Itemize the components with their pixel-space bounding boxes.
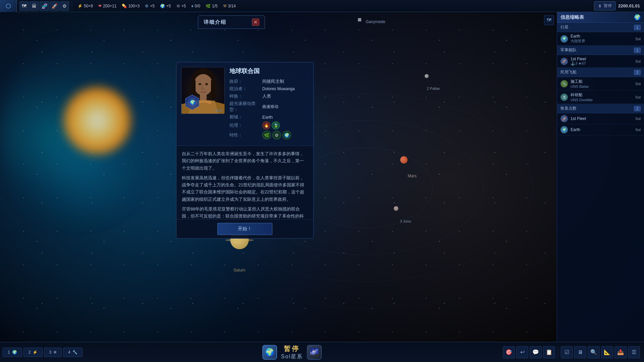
br-icon-7[interactable]: 🔍 — [588, 346, 600, 358]
bottom-tab-4[interactable]: 4 🔧 — [63, 348, 83, 357]
br-icon-1[interactable]: 🎯 — [503, 346, 515, 358]
br-icon-10[interactable]: ☰ — [628, 346, 640, 358]
start-button[interactable]: 开始！ — [217, 223, 272, 235]
fleet-sub: ⚓3 ★67 — [571, 61, 633, 66]
trait-icons: 🌿 ⚙ 🌍 — [262, 131, 291, 139]
svg-point-9 — [199, 83, 201, 85]
br-icon-2[interactable]: ↩ — [516, 346, 528, 358]
faction-ruler-label: 统治者： — [229, 86, 260, 92]
br-icon-3[interactable]: 💬 — [530, 346, 542, 358]
faction-description: 自从二十万年前人类在非洲诞生至今，发生了许许多多的事情，我们的种族迅速的扩张到了… — [176, 146, 313, 220]
faction-info-panel: 🌍 什名称 地球联合国 政府： 间接民主制 统治者： Dolores Muwan… — [176, 62, 314, 239]
r5-icon: 🌿 — [206, 4, 211, 8]
bottom-tab-2[interactable]: 2 ⚡ — [23, 348, 43, 357]
bottom-tabs: 1 🌍 2 ⚡ 3 ❄ 4 🔧 — [0, 348, 85, 357]
fleet-name: 1st Fleet — [571, 57, 633, 61]
top-map-btn[interactable]: 🗺 — [19, 1, 29, 11]
saturn-label: Saturn — [233, 268, 245, 273]
faction-ftl-label: 超光速驱动类型： — [229, 101, 260, 113]
top-ship-btn[interactable]: 🚀 — [50, 1, 59, 11]
br-icon-9[interactable]: 📤 — [614, 346, 627, 358]
tab4-num: 4 — [68, 350, 70, 355]
earth-location: Sol — [635, 37, 641, 41]
ethics-icons: 🔥 🍃 — [262, 121, 280, 129]
r6-icon: ⚒ — [223, 4, 227, 8]
earth-sub: 大陆世界 — [571, 39, 633, 44]
section-planets-count: 1 — [634, 25, 641, 30]
recovery-fleet-name: 1st Fleet — [571, 116, 633, 121]
bottom-center-text: 暂停 Sol星系 — [281, 344, 303, 360]
faction-ruler-value: Dolores Muwanga — [262, 86, 295, 91]
bottom-tab-3[interactable]: 3 ❄ — [44, 348, 62, 357]
trait-icon-2: ⚙ — [272, 131, 281, 139]
planet-item-earth[interactable]: 🌍 Earth 大陆世界 Sol — [557, 32, 644, 46]
r4-icon: ♦ — [191, 4, 193, 8]
br-icon-4[interactable]: 📋 — [543, 346, 555, 358]
desc-para-2: 科技发展虽然迅速，但也伴随着代价，在人类掌控原子能以前，战争夺走了成千上万的生命… — [182, 175, 308, 203]
desc-para-1: 自从二十万年前人类在非洲诞生至今，发生了许许多多的事情，我们的种族迅速的扩张到了… — [182, 150, 308, 172]
faction-gov-label: 政府： — [229, 78, 260, 84]
panel-header-icon: 🌍 — [634, 14, 641, 20]
br-icon-8[interactable]: 📐 — [601, 346, 613, 358]
svg-rect-8 — [211, 79, 215, 99]
doolittle-name: UNS Doolittle — [571, 98, 633, 102]
faction-ruler-row: 统治者： Dolores Muwanga — [229, 86, 309, 92]
top-city-btn[interactable]: 🏛 — [30, 1, 39, 11]
recovery-earth-loc: Sol — [635, 128, 641, 132]
svg-point-0 — [299, 147, 433, 228]
recovery-item-earth[interactable]: 🌍 Earth Sol — [557, 124, 644, 135]
bottom-galaxy-icon[interactable]: 🌌 — [307, 345, 322, 360]
recovery-item-fleet[interactable]: 🚀 1st Fleet Sol — [557, 113, 644, 124]
bottom-tab-1[interactable]: 1 🌍 — [3, 348, 22, 357]
pallas-planet — [425, 74, 429, 78]
minerals-value: 100+3 — [128, 4, 140, 8]
r5-value: 1/5 — [212, 4, 218, 8]
section-fleet-label: 军事舰队 — [560, 47, 577, 53]
top-settings-btn[interactable]: ⚙ — [60, 1, 69, 11]
tab2-icon: ⚡ — [33, 350, 38, 355]
map-toggle-btn[interactable]: 🗺 — [544, 15, 554, 25]
energy-value: 50+9 — [84, 4, 93, 8]
br-icon-6[interactable]: 🖥 — [574, 346, 586, 358]
map-icons: 🗺 — [544, 15, 554, 25]
faction-gov-row: 政府： 间接民主制 — [229, 78, 309, 84]
resource-bar: ⚡ 50+9 ❤ 200+11 💊 100+3 ⚙ +5 🌍 +5 ⚙ +5 ♦… — [72, 4, 590, 8]
section-recovery-label: 恢复点数 — [560, 106, 577, 111]
svg-text:🌍: 🌍 — [190, 100, 196, 105]
food-icon: ❤ — [98, 4, 102, 8]
dialog-close-btn[interactable]: ✕ — [252, 18, 259, 26]
resource-minerals: 💊 100+3 — [122, 4, 140, 8]
top-science-btn[interactable]: 🧬 — [40, 1, 49, 11]
r2-value: +5 — [166, 4, 171, 8]
br-icon-5[interactable]: ☑ — [561, 346, 573, 358]
bottom-right-icons: 🎯 ↩ 💬 📋 ☑ 🖥 🔍 📐 📤 ☰ — [499, 346, 644, 358]
game-logo[interactable]: ⬡ — [0, 0, 17, 12]
doolittle-type: 科研船 — [571, 92, 633, 98]
tab3-num: 3 — [49, 350, 51, 355]
energy-icon: ⚡ — [77, 4, 83, 8]
faction-species-row: 种族： 人类 — [229, 93, 309, 99]
recovery-fleet-info: 1st Fleet — [571, 116, 633, 121]
resource-food: ❤ 200+11 — [98, 4, 116, 8]
faction-info-right: 地球联合国 政府： 间接民主制 统治者： Dolores Muwanga 种族：… — [229, 67, 309, 141]
fleet-item-1st[interactable]: 🚀 1st Fleet ⚓3 ★67 Sol — [557, 55, 644, 68]
r6-value: 3/14 — [228, 4, 236, 8]
civil-item-doolittle[interactable]: 🔬 科研船 UNS Doolittle Sol — [557, 90, 644, 104]
faction-gov-value: 间接民主制 — [262, 78, 284, 84]
resource-energy: ⚡ 50+9 — [77, 4, 93, 8]
ganymede-planet — [358, 18, 361, 21]
recovery-fleet-loc: Sol — [635, 117, 641, 121]
balao-name: UNS Balao — [571, 84, 633, 88]
civil-item-balao[interactable]: 🔧 施工船 UNS Balao Sol — [557, 77, 644, 90]
pause-button[interactable]: ⏸ 暂停 — [594, 1, 615, 10]
bottom-system-icon[interactable]: 🌍 — [262, 345, 277, 360]
r3-icon: ⚙ — [176, 4, 180, 8]
ethic-icon-2: 🍃 — [272, 121, 280, 129]
mars-planet — [400, 156, 408, 164]
earth-info: Earth 大陆世界 — [571, 34, 633, 44]
desc-para-3: 尽管88年的毛里塔尼亚警察行动让某些人厌恶大权独揽的联合国，但不可反驳的是：联合… — [182, 206, 308, 220]
faction-emblem: 🌍 — [184, 94, 200, 112]
faction-footer: 开始！ — [176, 220, 313, 238]
portrait-name-tag: 什名称 — [212, 108, 222, 113]
faction-species-value: 人类 — [262, 93, 271, 99]
